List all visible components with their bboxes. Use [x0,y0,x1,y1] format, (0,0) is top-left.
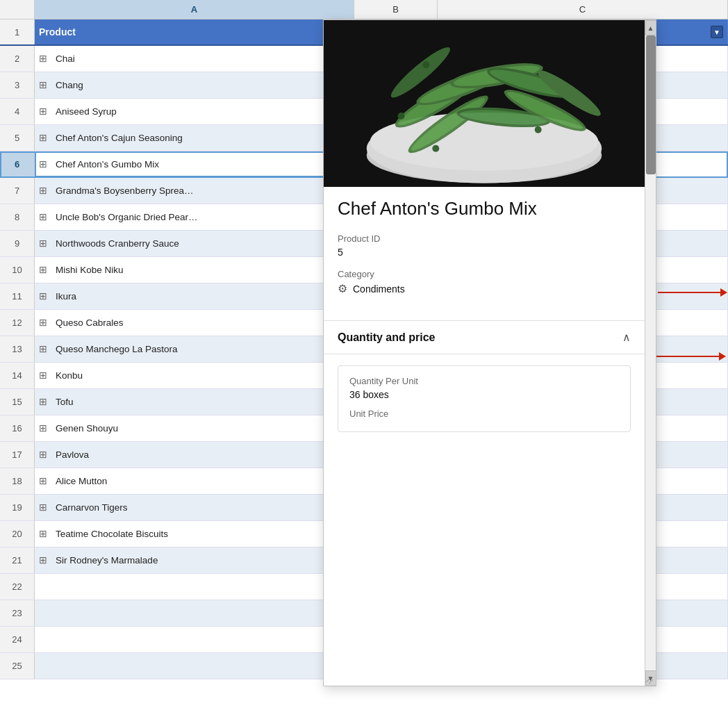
row-num-2: 2 [0,46,35,72]
column-headers: A B C [0,0,728,19]
row-num-8: 8 [0,204,35,230]
product-icon: ⊞ [39,185,51,197]
product-icon: ⊞ [39,158,51,171]
cell-a-8[interactable]: ⊞Uncle Bob's Organic Dried Pear… [35,204,354,230]
category-icon: ⚙ [338,282,347,295]
row-num-25: 25 [0,653,35,679]
cell-a-25[interactable] [35,653,354,679]
header-product-label: Product [39,26,76,38]
product-icon: ⊞ [39,132,51,145]
col-header-a[interactable]: A [35,0,354,19]
col-a-label: A [191,4,197,15]
product-icon: ⊞ [39,343,51,356]
cell-a-23[interactable] [35,600,354,626]
row-num-corner [0,0,35,19]
resize-icon [645,675,653,684]
product-icon: ⊞ [39,317,51,329]
row-num-3: 3 [0,72,35,98]
row-num-14: 14 [0,363,35,388]
filter-icon-c: ▼ [713,28,720,36]
row-num-18: 18 [0,468,35,494]
detail-product-title: Chef Anton's Gumbo Mix [338,198,631,220]
scroll-up-icon: ▲ [647,24,654,32]
unit-price-label: Unit Price [349,408,619,419]
row-num-11: 11 [0,283,35,309]
row-num-13: 13 [0,336,35,362]
row-num-23: 23 [0,600,35,626]
product-icon: ⊞ [39,106,51,118]
quantity-price-card: Quantity Per Unit 36 boxes Unit Price [338,365,631,432]
header-row-num: 1 [0,19,35,44]
cell-a-5[interactable]: ⊞Chef Anton's Cajun Seasoning [35,125,354,151]
row-num-9: 9 [0,231,35,256]
product-icon: ⊞ [39,79,51,92]
category-value: Condiments [353,283,405,295]
detail-panel: Chef Anton's Gumbo Mix Product ID 5 Cate… [323,19,656,686]
panel-details: Chef Anton's Gumbo Mix Product ID 5 Cate… [324,187,645,320]
category-row: ⚙ Condiments [338,282,631,295]
col-header-b[interactable]: B [354,0,438,19]
section-title: Quantity and price [338,331,435,344]
product-icon: ⊞ [39,53,51,65]
row-num-6: 6 [0,151,35,177]
svg-point-21 [422,61,429,68]
cell-a-22[interactable] [35,574,354,600]
svg-point-20 [398,113,405,119]
cell-a-21[interactable]: ⊞Sir Rodney's Marmalade [35,547,354,573]
cell-a-15[interactable]: ⊞Tofu [35,389,354,415]
cell-a-4[interactable]: ⊞Aniseed Syrup [35,99,354,124]
cell-a-7[interactable]: ⊞Grandma's Boysenberry Sprea… [35,178,354,204]
product-image-container [324,20,645,187]
spreadsheet: A B C 1 Product ▼ ProductID ▼ [0,0,728,710]
svg-point-23 [535,126,542,133]
cell-a-9[interactable]: ⊞Northwoods Cranberry Sauce [35,231,354,256]
scrollbar-thumb[interactable] [646,35,656,174]
row-num-7: 7 [0,178,35,204]
cell-a-11[interactable]: ⊞Ikura [35,283,354,309]
product-id-value: 5 [338,247,631,258]
quantity-per-unit-label: Quantity Per Unit [349,376,619,386]
cell-a-17[interactable]: ⊞Pavlova [35,442,354,468]
scrollbar-track[interactable] [645,35,656,670]
quantity-price-section-header[interactable]: Quantity and price ∧ [324,320,645,354]
product-icon: ⊞ [39,396,51,408]
row-num-5: 5 [0,125,35,151]
scrollbar-up-button[interactable]: ▲ [645,20,656,35]
quantity-per-unit-value: 36 boxes [349,389,619,400]
row-num-22: 22 [0,574,35,600]
product-icon: ⊞ [39,238,51,250]
section-collapse-icon[interactable]: ∧ [622,331,631,344]
row-num-17: 17 [0,442,35,468]
cell-a-19[interactable]: ⊞Carnarvon Tigers [35,495,354,520]
row-num-10: 10 [0,257,35,283]
cell-a-10[interactable]: ⊞Mishi Kobe Niku [35,257,354,283]
cell-a-18[interactable]: ⊞Alice Mutton [35,468,354,494]
svg-point-22 [432,145,439,152]
cell-a-20[interactable]: ⊞Teatime Chocolate Biscuits [35,521,354,547]
cell-a-24[interactable] [35,627,354,652]
cell-a-13[interactable]: ⊞Queso Manchego La Pastora [35,336,354,362]
filter-button-c[interactable]: ▼ [711,26,723,38]
panel-resize-handle[interactable] [645,675,653,683]
cell-a-3[interactable]: ⊞Chang [35,72,354,98]
product-icon: ⊞ [39,422,51,435]
cell-a-16[interactable]: ⊞Genen Shouyu [35,415,354,441]
header-cell-product[interactable]: Product ▼ [35,19,354,44]
row-num-20: 20 [0,521,35,547]
col-header-c[interactable]: C [438,0,728,19]
product-icon: ⊞ [39,449,51,461]
cell-a-12[interactable]: ⊞Queso Cabrales [35,310,354,336]
cell-a-6[interactable]: ⊞Chef Anton's Gumbo Mix [35,151,354,177]
row-num-19: 19 [0,495,35,520]
cell-a-2[interactable]: ⊞Chai [35,46,354,72]
product-icon: ⊞ [39,370,51,382]
panel-scrollbar[interactable]: ▲ ▼ [645,20,656,686]
product-icon: ⊞ [39,554,51,567]
product-icon: ⊞ [39,528,51,540]
cell-a-14[interactable]: ⊞Konbu [35,363,354,388]
product-id-label: Product ID [338,233,631,244]
row-num-16: 16 [0,415,35,441]
category-label: Category [338,269,631,279]
product-image [324,20,645,187]
row-num-24: 24 [0,627,35,652]
